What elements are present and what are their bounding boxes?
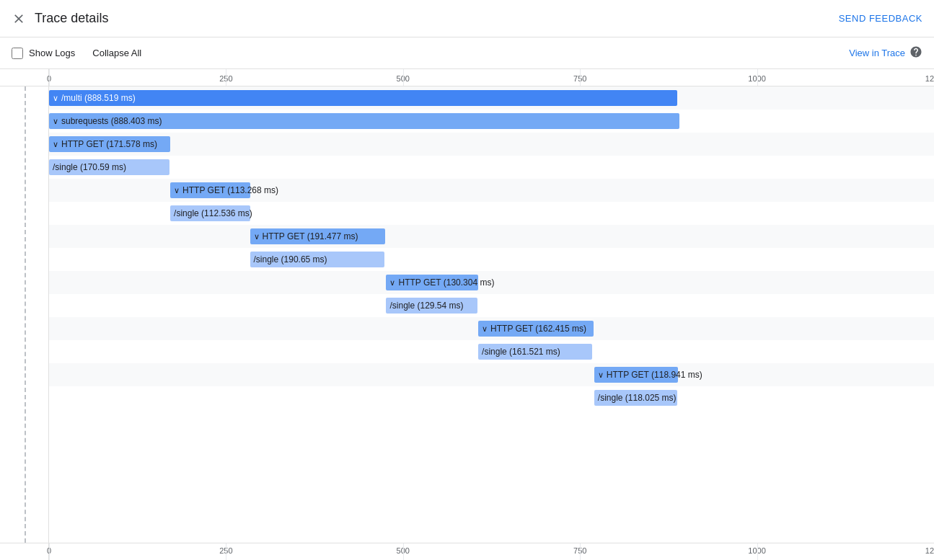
gantt-bar[interactable]: ∨HTTP GET (130.304 ms) [386,275,478,290]
show-logs-container: Show Logs [12,48,75,59]
gantt-row: ∨HTTP GET (171.578 ms) [49,133,934,156]
trace-container: 025050075010001250 ∨/multi (888.519 ms)∨… [0,69,934,560]
bar-label: /single (129.54 ms) [389,301,463,311]
expand-icon[interactable]: ∨ [254,232,260,241]
close-button[interactable] [12,12,26,26]
gantt-row: /single (190.65 ms) [49,248,934,271]
gantt-bar[interactable]: /single (129.54 ms) [386,298,477,314]
collapse-all-button[interactable]: Collapse All [92,48,141,58]
bar-label: HTTP GET (162.415 ms) [490,324,586,334]
help-icon[interactable] [909,45,922,61]
gantt-row: ∨HTTP GET (118.941 ms) [49,363,934,386]
show-logs-label: Show Logs [29,48,75,58]
show-logs-checkbox[interactable] [12,48,23,59]
bar-label: /single (112.536 ms) [174,208,252,218]
bar-label: /single (170.59 ms) [53,162,126,172]
ruler-tick: 1250 [925,546,934,555]
gantt-bar[interactable]: ∨HTTP GET (113.268 ms) [170,182,250,198]
gantt-row: ∨HTTP GET (130.304 ms) [49,271,934,294]
bar-label: HTTP GET (171.578 ms) [61,139,157,149]
ruler-tick: 1250 [925,74,934,83]
gantt-row: ∨HTTP GET (162.415 ms) [49,317,934,340]
bar-label: HTTP GET (118.941 ms) [607,370,702,380]
gantt-bar[interactable]: ∨HTTP GET (171.578 ms) [49,136,170,152]
bar-label: /multi (888.519 ms) [61,93,136,103]
gantt-bar[interactable]: /single (118.025 ms) [594,390,677,406]
expand-icon[interactable]: ∨ [53,140,58,149]
gantt-bar[interactable]: /single (161.521 ms) [478,344,592,360]
bar-label: HTTP GET (191.477 ms) [263,231,358,241]
gantt-bar[interactable]: ∨HTTP GET (191.477 ms) [250,228,386,244]
expand-icon[interactable]: ∨ [482,324,488,334]
gantt-row: ∨/multi (888.519 ms) [49,86,934,110]
top-ruler: 025050075010001250 [49,69,934,86]
expand-icon[interactable]: ∨ [174,186,180,195]
gantt-row: ∨subrequests (888.403 ms) [49,110,934,133]
bar-label: /single (118.025 ms) [598,393,677,403]
expand-icon[interactable]: ∨ [598,370,604,380]
gantt-bar[interactable]: ∨subrequests (888.403 ms) [49,113,679,129]
expand-icon[interactable]: ∨ [53,94,58,103]
toolbar: Show Logs Collapse All View in Trace [0,37,934,69]
bottom-ruler: 025050075010001250 [49,543,934,560]
gantt-row: /single (129.54 ms) [49,294,934,317]
bar-label: /single (190.65 ms) [254,254,327,265]
gantt-row: /single (170.59 ms) [49,156,934,179]
gantt-bar[interactable]: /single (112.536 ms) [170,205,250,221]
expand-icon[interactable]: ∨ [53,117,58,126]
bar-label: /single (161.521 ms) [482,347,560,357]
gantt-bar[interactable]: /single (190.65 ms) [250,252,385,267]
gantt-row: ∨HTTP GET (113.268 ms) [49,179,934,202]
gantt-row: /single (112.536 ms) [49,202,934,225]
gantt-bar[interactable]: /single (170.59 ms) [49,159,169,175]
gantt-chart: ∨/multi (888.519 ms)∨subrequests (888.40… [49,86,934,409]
bar-label: HTTP GET (130.304 ms) [398,277,494,288]
bar-label: HTTP GET (113.268 ms) [182,185,278,195]
gantt-bar[interactable]: ∨HTTP GET (162.415 ms) [478,321,594,337]
gantt-bar[interactable]: ∨/multi (888.519 ms) [49,90,677,106]
send-feedback-button[interactable]: SEND FEEDBACK [839,13,922,24]
page-title: Trace details [35,11,108,26]
bar-label: subrequests (888.403 ms) [61,116,162,126]
gantt-bar[interactable]: ∨HTTP GET (118.941 ms) [594,367,679,383]
expand-icon[interactable]: ∨ [389,278,395,288]
gantt-row: /single (118.025 ms) [49,386,934,409]
view-in-trace-link[interactable]: View in Trace [849,48,905,58]
gantt-row: ∨HTTP GET (191.477 ms) [49,225,934,248]
header: Trace details SEND FEEDBACK [0,0,934,37]
gantt-row: /single (161.521 ms) [49,340,934,363]
